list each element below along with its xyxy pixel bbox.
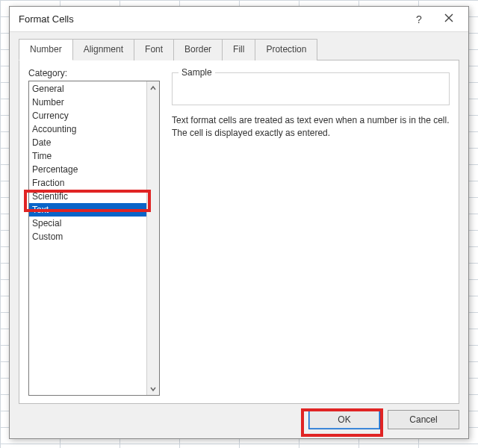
category-scrollbar[interactable] [146,81,159,395]
help-button[interactable]: ? [404,9,434,30]
tab-border[interactable]: Border [174,39,223,60]
category-item-number[interactable]: Number [29,96,146,109]
category-item-time[interactable]: Time [29,149,146,163]
button-label: OK [338,414,350,425]
tab-panel-number: Category: GeneralNumberCurrencyAccountin… [19,60,459,404]
help-icon: ? [416,13,422,25]
category-item-fraction[interactable]: Fraction [29,176,146,190]
tab-alignment[interactable]: Alignment [73,39,134,60]
sample-label: Sample [179,67,215,78]
scroll-up-icon[interactable] [147,81,159,94]
titlebar: Format Cells ? [10,7,468,32]
tab-strip: Number Alignment Font Border Fill Protec… [10,32,468,60]
category-label: Category: [28,68,160,78]
tab-label: Protection [266,44,306,55]
category-item-custom[interactable]: Custom [29,230,146,243]
tab-label: Border [184,44,211,55]
tab-font[interactable]: Font [134,39,174,60]
category-item-date[interactable]: Date [29,136,146,149]
category-item-special[interactable]: Special [29,217,146,230]
tab-number[interactable]: Number [19,39,73,60]
category-item-accounting[interactable]: Accounting [29,122,146,136]
tab-label: Fill [233,44,244,55]
tab-fill[interactable]: Fill [223,39,255,60]
close-icon [444,13,453,25]
format-description: Text format cells are treated as text ev… [172,114,450,140]
scroll-down-icon[interactable] [147,382,159,395]
close-button[interactable] [434,9,464,30]
category-listbox[interactable]: GeneralNumberCurrencyAccountingDateTimeP… [28,81,160,396]
dialog-buttons: OK Cancel [10,410,468,438]
tab-label: Font [145,44,163,55]
tab-label: Alignment [84,44,123,55]
category-item-general[interactable]: General [29,82,146,96]
category-item-percentage[interactable]: Percentage [29,163,146,176]
category-item-scientific[interactable]: Scientific [29,190,146,203]
format-cells-dialog: Format Cells ? Number Alignment Font Bor… [9,6,469,439]
sample-group: Sample [172,72,450,105]
category-item-text[interactable]: Text [29,203,146,217]
tab-protection[interactable]: Protection [255,39,317,60]
cancel-button[interactable]: Cancel [388,410,459,429]
button-label: Cancel [409,414,437,425]
dialog-title: Format Cells [19,13,74,25]
category-item-currency[interactable]: Currency [29,109,146,122]
tab-label: Number [30,44,62,55]
ok-button[interactable]: OK [308,410,380,429]
